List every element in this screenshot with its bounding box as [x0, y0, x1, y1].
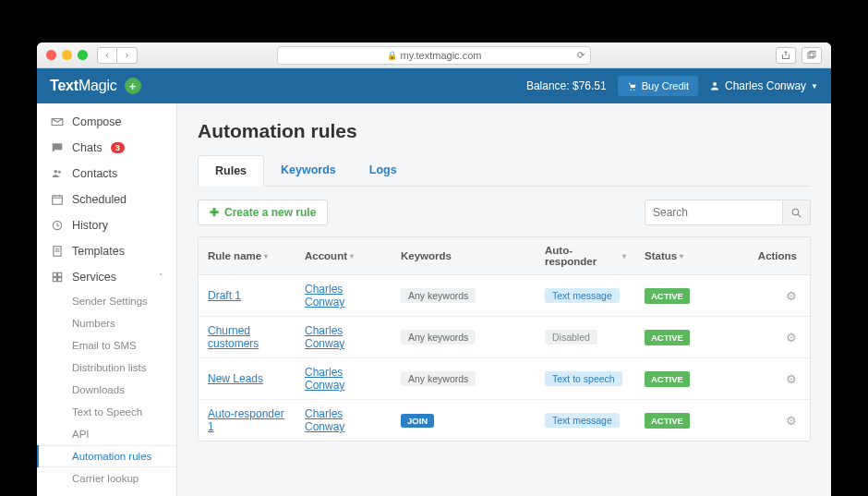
- sidebar-sub-numbers[interactable]: Numbers: [37, 312, 176, 334]
- share-button[interactable]: [776, 47, 796, 64]
- browser-chrome: ‹ › 🔒 my.textmagic.com ⟳: [37, 42, 831, 68]
- address-bar[interactable]: 🔒 my.textmagic.com ⟳: [277, 46, 591, 65]
- sidebar-sub-automation-rules[interactable]: Automation rules: [37, 445, 176, 467]
- nav-buttons: ‹ ›: [97, 47, 138, 64]
- keywords-pill: Any keywords: [401, 330, 476, 345]
- search-button[interactable]: [783, 200, 811, 225]
- sort-icon: ▾: [680, 252, 683, 260]
- th-account[interactable]: Account▾: [295, 237, 392, 274]
- traffic-maximize-icon[interactable]: [78, 50, 88, 60]
- th-label: Actions: [758, 250, 797, 261]
- sidebar-item-contacts[interactable]: Contacts: [37, 161, 176, 187]
- back-button[interactable]: ‹: [97, 47, 117, 64]
- sidebar-sub-downloads[interactable]: Downloads: [37, 379, 176, 401]
- sidebar-sub-api[interactable]: API: [37, 423, 176, 445]
- tab-logs[interactable]: Logs: [353, 155, 414, 186]
- logo-part-b: Magic: [78, 78, 117, 93]
- window-controls: [46, 50, 88, 60]
- forward-button[interactable]: ›: [117, 47, 138, 64]
- sidebar-item-label: Contacts: [72, 167, 117, 180]
- sidebar-item-label: History: [72, 219, 108, 232]
- page-title: Automation rules: [198, 120, 811, 142]
- create-rule-button[interactable]: ✚ Create a new rule: [198, 200, 328, 225]
- sort-icon: ▾: [622, 252, 626, 260]
- responder-pill: Disabled: [545, 330, 597, 345]
- sidebar-sub-distribution-lists[interactable]: Distribution lists: [37, 357, 176, 379]
- reload-icon[interactable]: ⟳: [577, 50, 585, 60]
- sidebar-sub-carrier-lookup[interactable]: Carrier lookup: [37, 467, 176, 490]
- account-link[interactable]: Charles Conway: [305, 324, 382, 350]
- chat-icon: [50, 141, 64, 154]
- svg-line-20: [798, 214, 801, 217]
- logo-part-a: Text: [50, 78, 78, 93]
- balance-text: Balance: $76.51: [526, 79, 607, 92]
- logo[interactable]: TextMagic: [50, 78, 117, 94]
- sidebar-item-services[interactable]: Services ˄: [37, 264, 176, 290]
- status-badge: ACTIVE: [645, 330, 690, 345]
- new-message-button[interactable]: +: [125, 78, 141, 94]
- tab-rules[interactable]: Rules: [198, 155, 264, 187]
- traffic-close-icon[interactable]: [46, 50, 56, 60]
- th-label: Keywords: [401, 250, 452, 261]
- sidebar-item-label: Compose: [72, 115, 122, 128]
- traffic-minimize-icon[interactable]: [62, 50, 72, 60]
- user-icon: [709, 80, 720, 91]
- sidebar-item-scheduled[interactable]: Scheduled: [37, 187, 176, 212]
- sidebar-item-label: Services: [72, 271, 116, 284]
- rule-name-link[interactable]: Draft 1: [208, 289, 241, 302]
- search-input[interactable]: [645, 200, 783, 225]
- responder-pill: Text to speech: [545, 371, 622, 386]
- gear-icon[interactable]: ⚙: [786, 414, 797, 428]
- lock-icon: 🔒: [387, 51, 397, 60]
- sidebar-item-history[interactable]: History: [37, 212, 176, 238]
- sidebar-item-compose[interactable]: Compose: [37, 109, 176, 135]
- chevron-down-icon: ▼: [811, 82, 818, 91]
- sort-icon: ▾: [350, 252, 354, 260]
- th-responder[interactable]: Auto-responder▾: [536, 237, 635, 274]
- status-badge: ACTIVE: [645, 413, 690, 429]
- svg-rect-16: [57, 272, 61, 276]
- svg-rect-17: [53, 278, 56, 282]
- status-badge: ACTIVE: [645, 288, 690, 304]
- contacts-icon: [50, 167, 64, 180]
- services-icon: [50, 271, 64, 284]
- account-link[interactable]: Charles Conway: [305, 407, 382, 433]
- url-text: my.textmagic.com: [401, 50, 482, 61]
- account-link[interactable]: Charles Conway: [305, 366, 382, 392]
- cart-icon: [627, 81, 637, 91]
- sidebar-item-chats[interactable]: Chats 3: [37, 135, 176, 161]
- sidebar-sub-email-to-sms[interactable]: Email to SMS: [37, 334, 176, 357]
- th-status[interactable]: Status▾: [635, 237, 709, 274]
- sidebar-item-label: Scheduled: [72, 193, 127, 206]
- buy-credit-button[interactable]: Buy Credit: [618, 76, 698, 96]
- table-row: Churned customersCharles ConwayAny keywo…: [199, 317, 810, 358]
- svg-point-2: [630, 89, 631, 90]
- table-header-row: Rule name▾ Account▾ Keywords Auto-respon…: [199, 237, 810, 275]
- rule-name-link[interactable]: Churned customers: [208, 324, 286, 350]
- tab-keywords[interactable]: Keywords: [264, 155, 353, 186]
- app-header: TextMagic + Balance: $76.51 Buy Credit C…: [37, 68, 831, 103]
- th-label: Account: [305, 250, 347, 261]
- gear-icon[interactable]: ⚙: [786, 289, 797, 303]
- gear-icon[interactable]: ⚙: [786, 331, 797, 345]
- sidebar-sub-sender-settings[interactable]: Sender Settings: [37, 290, 176, 312]
- tabs-button[interactable]: [802, 47, 822, 64]
- rule-name-link[interactable]: Auto-responder 1: [208, 407, 286, 433]
- keywords-pill: Any keywords: [401, 371, 476, 386]
- user-name: Charles Conway: [725, 79, 806, 92]
- svg-rect-18: [57, 278, 61, 282]
- user-menu[interactable]: Charles Conway ▼: [709, 79, 818, 92]
- rule-name-link[interactable]: New Leads: [208, 372, 263, 385]
- sidebar-sub-text-to-speech[interactable]: Text to Speech: [37, 401, 176, 423]
- browser-right-controls: [776, 47, 822, 64]
- svg-point-5: [54, 170, 57, 174]
- sidebar-item-label: Templates: [72, 245, 125, 258]
- th-rule-name[interactable]: Rule name▾: [199, 237, 295, 274]
- sidebar-item-templates[interactable]: Templates: [37, 238, 176, 264]
- account-link[interactable]: Charles Conway: [305, 283, 382, 308]
- gear-icon[interactable]: ⚙: [786, 372, 797, 386]
- rules-table: Rule name▾ Account▾ Keywords Auto-respon…: [198, 236, 811, 442]
- th-actions: Actions: [709, 237, 810, 274]
- th-keywords: Keywords: [392, 237, 536, 274]
- sidebar-item-label: Chats: [72, 141, 102, 154]
